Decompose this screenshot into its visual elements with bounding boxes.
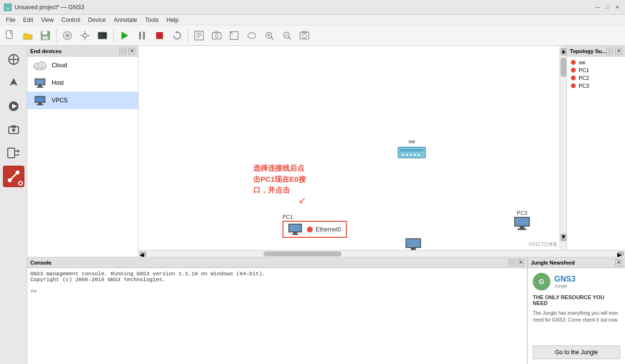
topology-pc3-label: PC3 (579, 83, 589, 89)
svg-point-54 (16, 171, 20, 174)
float-button[interactable]: □ (120, 48, 126, 55)
stop-all-button[interactable] (151, 27, 168, 44)
menu-file[interactable]: File (2, 16, 19, 24)
vertical-scrollbar[interactable]: ▲ ▼ (560, 46, 566, 250)
pc3-icon (514, 217, 530, 230)
svg-point-64 (418, 154, 420, 156)
svg-rect-16 (139, 32, 141, 39)
svg-point-62 (410, 154, 412, 156)
devices-button[interactable] (3, 119, 24, 140)
console-button[interactable]: >_ (94, 27, 111, 44)
svg-rect-5 (42, 36, 48, 39)
link-button[interactable] (3, 142, 24, 164)
console-panel-title: Console (30, 260, 51, 266)
pause-all-button[interactable] (134, 27, 150, 44)
svg-line-35 (289, 37, 291, 39)
console-content[interactable]: GNS3 management console. Running GNS3 ve… (27, 268, 527, 364)
media-button[interactable] (3, 96, 24, 117)
node-pc1-group[interactable]: PC1 Ethernet0 (282, 214, 347, 238)
ellipse-button[interactable] (243, 27, 260, 44)
devices-panel: End devices □ ✕ Cloud (27, 46, 139, 257)
ethernet-label: Ethernet0 (316, 226, 341, 233)
edit-node-button[interactable] (191, 27, 207, 44)
svg-rect-59 (400, 149, 423, 152)
pc1-ethernet-popup[interactable]: Ethernet0 (282, 221, 347, 238)
topology-float-button[interactable]: □ (606, 48, 613, 55)
topology-item-pc3[interactable]: PC3 (569, 82, 623, 90)
h-scroll-left-arrow[interactable]: ◀ (140, 251, 146, 256)
console-line-2: Copyright (c) 2006-2019 GNS3 Technologie… (30, 277, 524, 283)
minimize-button[interactable]: — (594, 3, 602, 11)
svg-rect-17 (143, 32, 145, 39)
svg-point-48 (12, 129, 15, 132)
save-button[interactable] (37, 27, 54, 44)
console-panel-header: Console □ ✕ (27, 257, 527, 268)
console-close-button[interactable]: ✕ (517, 259, 524, 266)
snapshot-button[interactable] (59, 27, 76, 44)
menu-view[interactable]: View (37, 16, 58, 24)
screenshot-button[interactable] (296, 27, 313, 44)
zoom-out-button[interactable] (279, 27, 295, 44)
new-button[interactable] (2, 27, 19, 44)
close-panel-button[interactable]: ✕ (128, 48, 135, 55)
jungle-close-button[interactable]: ✕ (615, 259, 622, 266)
h-scrollbar-thumb[interactable] (263, 251, 342, 256)
reload-button[interactable] (169, 27, 185, 44)
v-scroll-up-arrow[interactable]: ▲ (561, 48, 566, 56)
titlebar: G Unsaved project* — GNS3 — □ ✕ (0, 0, 625, 15)
vpcs-icon (32, 95, 48, 106)
svg-line-31 (271, 37, 274, 39)
topology-item-pc2[interactable]: PC2 (569, 74, 623, 82)
pan-tool-button[interactable] (3, 49, 24, 70)
toolbar-sep-2 (113, 29, 114, 42)
svg-text:G: G (6, 5, 9, 10)
topology-item-sw[interactable]: sw (569, 58, 623, 66)
start-all-button[interactable] (116, 27, 133, 44)
v-scrollbar-thumb[interactable] (561, 57, 566, 77)
image-button[interactable] (208, 27, 225, 44)
annotation-text: 选择连接线后点 击PC1现在E0接 口，并点击 (253, 163, 306, 196)
horizontal-scrollbar[interactable]: ◀ ▶ (139, 250, 625, 257)
panel-header-controls: □ ✕ (120, 48, 135, 55)
navigate-button[interactable] (3, 72, 24, 94)
preferences-button[interactable] (77, 27, 93, 44)
menubar: File Edit View Control Device Annotate T… (0, 15, 625, 25)
menu-device[interactable]: Device (84, 16, 110, 24)
menu-annotate[interactable]: Annotate (110, 16, 141, 24)
cable-tool-button[interactable] (3, 166, 24, 187)
topology-item-pc1[interactable]: PC1 (569, 66, 623, 74)
device-cloud[interactable]: Cloud (27, 57, 138, 74)
go-to-jungle-button[interactable]: Go to the Jungle (533, 345, 620, 359)
maximize-button[interactable]: □ (604, 3, 611, 11)
pc1-icon (288, 224, 302, 235)
pc2-status-dot (571, 76, 576, 80)
v-scroll-down-arrow[interactable]: ▼ (561, 233, 566, 241)
jungle-logo-area: G GNS3 Jungle (533, 273, 620, 290)
svg-rect-18 (156, 32, 163, 39)
node-pc3-label: PC3 (517, 210, 527, 216)
open-button[interactable] (20, 27, 36, 44)
svg-point-39 (302, 34, 306, 38)
topology-close-button[interactable]: ✕ (615, 48, 622, 55)
device-host[interactable]: Host (27, 74, 138, 92)
menu-tools[interactable]: Tools (141, 16, 162, 24)
down-arrow-icon: ↙ (299, 195, 306, 206)
canvas-row: ← 点击连接线 选择连接线后点 击PC1现在E0接 口，并点击 ↙ (139, 46, 625, 250)
device-vpcs[interactable]: VPCS (27, 92, 138, 109)
menu-edit[interactable]: Edit (19, 16, 37, 24)
topology-sw-label: sw (579, 59, 585, 65)
canvas-area[interactable]: ← 点击连接线 选择连接线后点 击PC1现在E0接 口，并点击 ↙ (139, 46, 560, 250)
zoom-in-button[interactable] (261, 27, 278, 44)
close-button[interactable]: ✕ (613, 3, 621, 11)
toolbar: >_ (0, 25, 625, 46)
resize-button[interactable] (226, 27, 242, 44)
node-pc2[interactable]: PC2 (405, 238, 421, 250)
node-pc3[interactable]: PC3 (514, 210, 530, 230)
node-sw[interactable]: sw (397, 138, 426, 160)
h-scroll-right-arrow[interactable]: ▶ (617, 251, 624, 256)
console-float-button[interactable]: □ (508, 259, 515, 266)
menu-help[interactable]: Help (162, 16, 182, 24)
topology-panel-header: Topology Su... □ ✕ (567, 46, 625, 57)
menu-control[interactable]: Control (58, 16, 84, 24)
canvas-annotation: 选择连接线后点 击PC1现在E0接 口，并点击 ↙ (253, 163, 306, 196)
